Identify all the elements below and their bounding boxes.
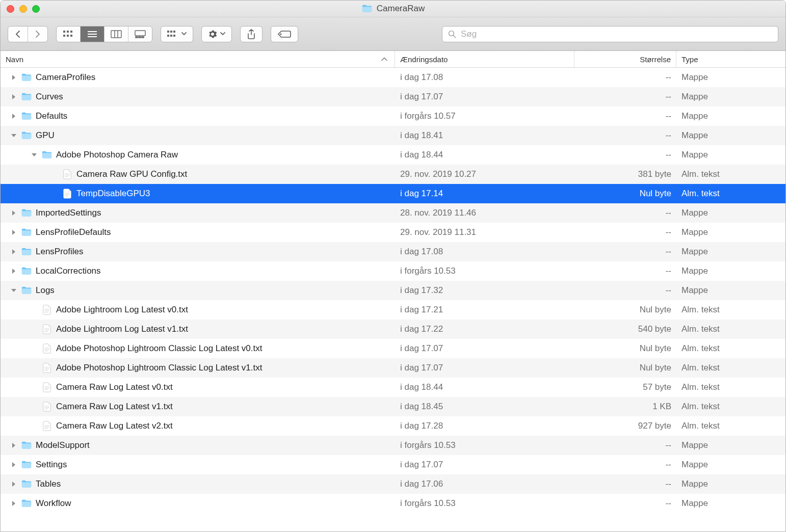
item-name: CameraProfiles xyxy=(36,72,95,83)
tags-button[interactable] xyxy=(271,26,298,42)
table-row[interactable]: LensProfilesi dag 17.08--Mappe xyxy=(1,242,785,261)
table-row[interactable]: Logsi dag 17.32--Mappe xyxy=(1,281,785,300)
cell-type: Mappe xyxy=(676,247,785,257)
view-icons-button[interactable] xyxy=(57,26,81,42)
cell-size: 540 byte xyxy=(574,324,676,334)
table-row[interactable]: Camera Raw Log Latest v1.txti dag 18.451… xyxy=(1,397,785,416)
cell-date: i dag 18.45 xyxy=(395,402,574,412)
table-row[interactable]: Curvesi dag 17.07--Mappe xyxy=(1,87,785,107)
folder-icon xyxy=(21,246,32,257)
cell-name: ImportedSettings xyxy=(1,207,395,219)
table-row[interactable]: Adobe Photoshop Lightroom Classic Log La… xyxy=(1,358,785,378)
cell-date: i dag 17.07 xyxy=(395,363,574,373)
folder-icon xyxy=(21,285,32,296)
search-field[interactable] xyxy=(442,26,778,42)
cell-date: i dag 18.44 xyxy=(395,382,574,392)
disclosure-triangle[interactable] xyxy=(10,268,17,275)
view-gallery-button[interactable] xyxy=(128,26,152,42)
item-name: Adobe Photoshop Lightroom Classic Log La… xyxy=(56,363,262,373)
chevron-down-icon xyxy=(220,32,225,36)
window-zoom-button[interactable] xyxy=(32,5,40,13)
table-row[interactable]: Adobe Photoshop Lightroom Classic Log La… xyxy=(1,339,785,358)
cell-type: Mappe xyxy=(676,266,785,276)
disclosure-triangle[interactable] xyxy=(10,113,17,120)
view-columns-button[interactable] xyxy=(104,26,128,42)
item-name: Adobe Lightroom Log Latest v0.txt xyxy=(56,305,188,315)
folder-icon xyxy=(21,111,32,122)
cell-type: Alm. tekst xyxy=(676,402,785,412)
table-row[interactable]: GPUi dag 18.41--Mappe xyxy=(1,126,785,145)
cell-type: Mappe xyxy=(676,150,785,160)
cell-date: i dag 17.08 xyxy=(395,247,574,257)
navigation-group xyxy=(8,26,48,42)
view-list-button[interactable] xyxy=(81,26,104,42)
cell-type: Mappe xyxy=(676,208,785,218)
document-icon xyxy=(41,304,53,315)
table-row[interactable]: Camera Raw GPU Config.txt29. nov. 2019 1… xyxy=(1,165,785,184)
cell-name: Adobe Lightroom Log Latest v0.txt xyxy=(1,304,395,315)
window-close-button[interactable] xyxy=(7,5,14,13)
column-header-name[interactable]: Navn xyxy=(1,51,395,67)
cell-size: -- xyxy=(574,285,676,296)
forward-button[interactable] xyxy=(28,26,47,42)
disclosure-triangle[interactable] xyxy=(10,229,17,236)
table-row[interactable]: ModelSupporti forgårs 10.53--Mappe xyxy=(1,436,785,455)
table-row[interactable]: LensProfileDefaults29. nov. 2019 11.31--… xyxy=(1,223,785,242)
svg-rect-20 xyxy=(170,35,172,37)
column-header-type[interactable]: Type xyxy=(676,51,785,67)
table-row[interactable]: Tablesi dag 17.06--Mappe xyxy=(1,474,785,494)
back-button[interactable] xyxy=(8,26,28,42)
table-row[interactable]: CameraProfilesi dag 17.08--Mappe xyxy=(1,68,785,87)
arrange-button[interactable] xyxy=(161,26,193,42)
cell-size: -- xyxy=(574,72,676,83)
svg-rect-17 xyxy=(170,31,172,33)
item-name: Adobe Photoshop Lightroom Classic Log La… xyxy=(56,343,262,354)
share-group xyxy=(240,26,263,42)
disclosure-triangle[interactable] xyxy=(10,500,17,507)
disclosure-triangle[interactable] xyxy=(10,209,17,217)
disclosure-triangle[interactable] xyxy=(31,151,38,158)
column-header-date[interactable]: Ændringsdato xyxy=(395,51,574,67)
folder-icon xyxy=(21,498,32,509)
table-row[interactable]: Defaultsi forgårs 10.57--Mappe xyxy=(1,107,785,126)
disclosure-triangle[interactable] xyxy=(10,248,17,255)
table-row[interactable]: Camera Raw Log Latest v0.txti dag 18.445… xyxy=(1,378,785,397)
column-header-size[interactable]: Størrelse xyxy=(574,51,676,67)
disclosure-triangle[interactable] xyxy=(10,481,17,488)
svg-rect-2 xyxy=(70,31,72,33)
disclosure-triangle[interactable] xyxy=(10,74,17,81)
cell-name: Camera Raw Log Latest v0.txt xyxy=(1,382,395,393)
disclosure-triangle[interactable] xyxy=(10,287,17,294)
cell-date: 29. nov. 2019 11.31 xyxy=(395,227,574,237)
cell-size: 927 byte xyxy=(574,421,676,431)
svg-rect-9 xyxy=(111,31,121,38)
table-row[interactable]: ImportedSettings28. nov. 2019 11.46--Map… xyxy=(1,203,785,223)
cell-name: LensProfileDefaults xyxy=(1,227,395,238)
cell-date: i dag 17.28 xyxy=(395,421,574,431)
window-minimize-button[interactable] xyxy=(19,5,27,13)
cell-date: i dag 18.41 xyxy=(395,130,574,141)
table-row[interactable]: Settingsi dag 17.07--Mappe xyxy=(1,455,785,474)
table-row[interactable]: Adobe Lightroom Log Latest v0.txti dag 1… xyxy=(1,300,785,320)
table-row[interactable]: Adobe Photoshop Camera Rawi dag 18.44--M… xyxy=(1,145,785,165)
cell-date: i dag 17.32 xyxy=(395,285,574,296)
table-row[interactable]: LocalCorrectionsi forgårs 10.53--Mappe xyxy=(1,261,785,281)
document-icon xyxy=(41,343,53,354)
share-button[interactable] xyxy=(241,26,262,42)
table-row[interactable]: Adobe Lightroom Log Latest v1.txti dag 1… xyxy=(1,320,785,339)
disclosure-triangle[interactable] xyxy=(10,93,17,100)
table-row[interactable]: Workflowi forgårs 10.53--Mappe xyxy=(1,494,785,513)
disclosure-triangle[interactable] xyxy=(10,132,17,139)
action-menu-button[interactable] xyxy=(202,26,231,42)
titlebar: CameraRaw xyxy=(1,1,785,17)
item-name: GPU xyxy=(36,130,55,141)
file-list[interactable]: CameraProfilesi dag 17.08--MappeCurvesi … xyxy=(1,68,785,531)
search-input[interactable] xyxy=(461,29,773,39)
cell-name: Tables xyxy=(1,478,395,490)
table-row[interactable]: TempDisableGPU3i dag 17.14Nul byteAlm. t… xyxy=(1,184,785,203)
column-headers: Navn Ændringsdato Størrelse Type xyxy=(1,51,785,68)
disclosure-triangle[interactable] xyxy=(10,461,17,468)
disclosure-triangle[interactable] xyxy=(10,442,17,449)
item-name: Adobe Lightroom Log Latest v1.txt xyxy=(56,324,188,334)
table-row[interactable]: Camera Raw Log Latest v2.txti dag 17.289… xyxy=(1,416,785,436)
